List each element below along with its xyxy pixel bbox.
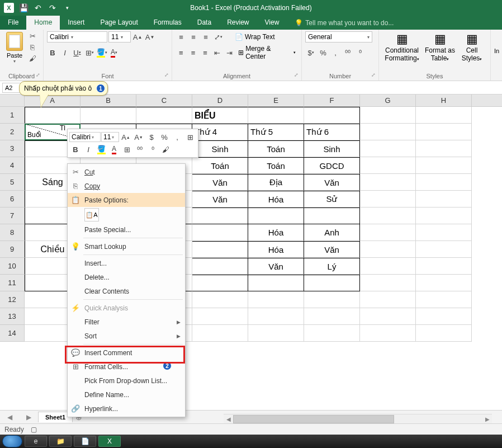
cell[interactable] [416,241,472,258]
font-dialog-icon[interactable]: ⤢ [163,72,170,79]
menu-quick-analysis[interactable]: ⚡Quick Analysis [68,301,185,315]
italic-button[interactable]: I [59,47,70,58]
cell[interactable] [360,140,416,157]
cell[interactable] [360,275,416,291]
align-center-icon[interactable]: ≡ [188,47,199,58]
save-icon[interactable]: 💾 [17,2,30,14]
mini-font-color-button[interactable]: A [108,144,120,155]
cell[interactable] [416,191,472,208]
mini-inc-decimal-icon[interactable]: ⁰⁰ [134,144,146,155]
cell[interactable] [360,208,416,224]
cell-D5[interactable]: Văn [192,174,248,191]
row-header[interactable]: 9 [0,241,25,258]
mini-comma-icon[interactable]: , [171,131,183,143]
col-header[interactable]: B [80,95,136,106]
cell[interactable] [416,157,472,174]
cell-F2[interactable]: Thứ 6 [304,124,360,140]
qat-customize-icon[interactable]: ▾ [60,2,74,14]
cell-title[interactable]: BIỂU [192,107,248,124]
cell-E5[interactable]: Địa [248,174,304,191]
col-header[interactable]: F [304,95,360,106]
mini-size-combo[interactable]: 11▾ [101,132,119,142]
row-header[interactable]: 3 [0,140,25,157]
cell[interactable] [192,208,248,224]
cell[interactable] [248,308,304,325]
col-header[interactable]: G [360,95,416,106]
orientation-icon[interactable]: ⤢▾ [212,31,224,43]
cell-styles-button[interactable]: ▦Cell Styles▾ [458,32,485,62]
row-header[interactable]: 10 [0,258,25,275]
row-header[interactable]: 1 [0,107,25,124]
cell[interactable] [416,124,472,140]
cell-E2[interactable]: Thứ 5 [248,124,304,140]
macro-record-icon[interactable]: ▢ [31,426,37,433]
menu-smart-lookup[interactable]: 💡Smart Lookup [68,239,185,253]
menu-hyperlink[interactable]: 🔗Hyperlink... [68,402,185,416]
mini-accounting-icon[interactable]: $ [145,131,158,143]
number-format-combo[interactable]: General▾ [305,31,372,43]
cell[interactable] [416,308,472,325]
cell-F8[interactable]: Anh [304,224,360,241]
menu-define-name[interactable]: Define Name... [68,388,185,402]
font-color-button[interactable]: A▾ [108,47,120,58]
cell[interactable] [360,191,416,208]
cell[interactable] [192,308,248,325]
menu-delete[interactable]: Delete... [68,270,185,284]
row-header[interactable]: 13 [0,308,25,325]
mini-borders-button[interactable]: ⊞ [121,144,133,155]
tab-view[interactable]: View [257,16,287,30]
menu-paste-special[interactable]: Paste Special... [68,223,185,237]
tab-page-layout[interactable]: Page Layout [92,16,145,30]
cut-icon[interactable]: ✂ [27,32,38,42]
tab-review[interactable]: Review [219,16,257,30]
mini-dec-decimal-icon[interactable]: ⁰ [146,144,159,155]
cell[interactable] [416,275,472,291]
mini-bold-button[interactable]: B [69,144,82,155]
cell[interactable] [416,174,472,191]
cell[interactable] [304,107,360,124]
cell-F10[interactable]: Lý [304,258,360,275]
cell[interactable] [360,258,416,275]
wrap-text-button[interactable]: 📄Wrap Text [233,33,277,41]
col-header[interactable]: D [192,95,248,106]
taskbar-excel-icon[interactable]: X [98,436,121,447]
taskbar-notepad-icon[interactable]: 📄 [74,436,96,447]
cell[interactable] [304,275,360,291]
clipboard-dialog-icon[interactable]: ⤢ [35,72,41,79]
align-bottom-icon[interactable]: ≡ [200,31,211,43]
cell[interactable] [25,107,80,124]
font-name-combo[interactable]: Calibri▾ [47,31,107,43]
underline-button[interactable]: U▾ [72,47,83,58]
sheet-nav-next-icon[interactable]: ▶ [19,413,38,421]
cell[interactable] [360,174,416,191]
cell-F4[interactable]: GDCD [304,157,360,174]
cell-E10[interactable]: Văn [248,258,304,275]
cell-F5[interactable]: Văn [304,174,360,191]
alignment-dialog-icon[interactable]: ⤢ [293,72,300,79]
mini-format-painter-icon[interactable]: 🖌 [159,144,172,155]
col-header[interactable]: A [25,95,80,106]
cell-D4[interactable]: Toán [192,157,248,174]
cell[interactable] [360,107,416,124]
cell[interactable] [416,224,472,241]
menu-copy[interactable]: ⎘Copy [68,179,185,193]
tab-formulas[interactable]: Formulas [146,16,190,30]
sheet-nav-prev-icon[interactable]: ◀ [0,413,19,421]
cell[interactable] [360,241,416,258]
select-all-corner[interactable] [0,95,25,107]
cell[interactable] [416,208,472,224]
cell[interactable] [192,241,248,258]
increase-decimal-icon[interactable]: ⁰⁰ [342,47,353,58]
cell[interactable] [304,325,360,342]
cell[interactable] [360,124,416,140]
number-dialog-icon[interactable]: ⤢ [370,72,377,79]
menu-sort[interactable]: Sort▶ [68,329,185,343]
cell-E9[interactable]: Hóa [248,241,304,258]
cell-E8[interactable]: Hóa [248,224,304,241]
cell[interactable] [304,308,360,325]
mini-merge-icon[interactable]: ⊞ [184,131,196,143]
cell[interactable] [192,258,248,275]
cell[interactable] [416,140,472,157]
tab-home[interactable]: Home [26,16,60,30]
decrease-indent-icon[interactable]: ⇤ [212,47,223,58]
